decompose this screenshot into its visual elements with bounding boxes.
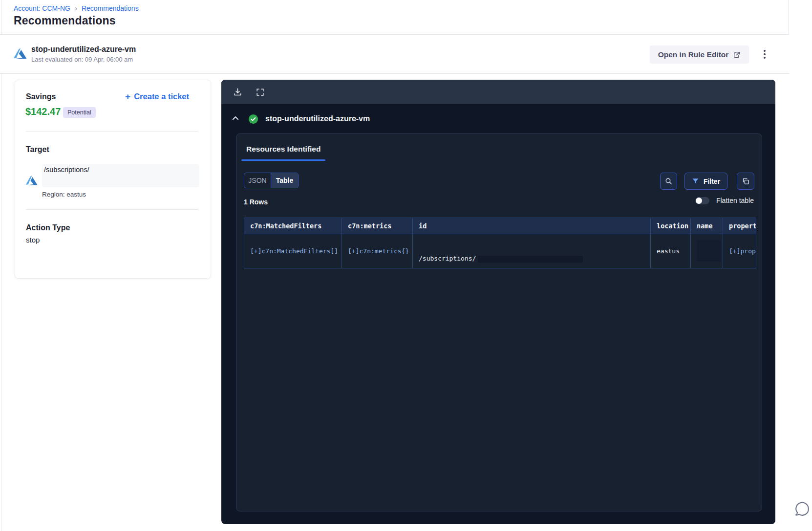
target-path-block: /subscriptions/: [42, 164, 199, 187]
azure-icon: [25, 174, 38, 187]
external-link-icon: [733, 51, 741, 59]
view-json-button[interactable]: JSON: [244, 173, 271, 188]
cell-name: [691, 234, 723, 268]
fullscreen-button[interactable]: [256, 87, 265, 97]
filter-label: Filter: [704, 177, 720, 185]
cell-properties-expand[interactable]: [+]properties{}: [723, 234, 756, 268]
page-title: Recommendations: [14, 14, 116, 27]
support-chat-button[interactable]: [793, 501, 811, 518]
rule-output-viewer: stop-underutilized-azure-vm Resources Id…: [221, 80, 775, 524]
rule-header: stop-underutilized-azure-vm Last evaluat…: [0, 34, 789, 74]
column-header-properties: properties: [723, 218, 756, 234]
column-header-id: id: [413, 218, 651, 234]
download-button[interactable]: [233, 87, 243, 97]
success-check-icon: [248, 114, 258, 124]
resources-table[interactable]: c7n:MatchedFilters c7n:metrics id locati…: [244, 218, 756, 268]
savings-label: Savings: [26, 92, 56, 101]
column-header-name: name: [691, 218, 723, 234]
savings-amount: $142.47: [25, 106, 61, 117]
breadcrumb: Account: CCM-NG › Recommendations: [14, 4, 139, 12]
active-tab-indicator: [241, 159, 325, 161]
search-button[interactable]: [660, 173, 677, 190]
column-header-matchedfilters: c7n:MatchedFilters: [244, 218, 342, 234]
cell-metrics-expand[interactable]: [+]c7n:metrics{}: [342, 234, 413, 268]
resources-panel: Resources Identified JSON Table Filter: [236, 133, 762, 511]
filter-button[interactable]: Filter: [684, 173, 727, 190]
flatten-table-toggle[interactable]: [695, 197, 709, 204]
action-type-label: Action Type: [26, 223, 70, 232]
recommendations-page: Account: CCM-NG › Recommendations Recomm…: [0, 0, 812, 531]
copy-icon: [742, 177, 750, 185]
rule-options-menu-button[interactable]: [760, 47, 769, 62]
cell-location: eastus: [651, 234, 691, 268]
plus-icon: +: [125, 92, 130, 101]
collapse-section-button[interactable]: [231, 114, 240, 124]
savings-card: Savings + Create a ticket $142.47 Potent…: [15, 80, 211, 279]
column-header-metrics: c7n:metrics: [342, 218, 413, 234]
chevron-up-icon: [231, 114, 240, 123]
rule-name: stop-underutilized-azure-vm: [31, 45, 136, 54]
potential-badge: Potential: [63, 107, 96, 118]
target-label: Target: [26, 145, 49, 154]
rule-section-header: stop-underutilized-azure-vm: [221, 104, 775, 133]
target-region: Region: eastus: [42, 191, 86, 198]
flatten-table-label: Flatten table: [716, 197, 754, 204]
view-table-button[interactable]: Table: [271, 173, 298, 188]
create-ticket-label: Create a ticket: [134, 92, 189, 101]
redacted-name: [697, 240, 721, 262]
viewer-toolbar: [221, 80, 775, 104]
action-type-value: stop: [26, 236, 40, 244]
column-header-location: location: [651, 218, 691, 234]
fullscreen-icon: [256, 88, 265, 97]
chat-bubble-icon: [794, 501, 811, 517]
redacted-subscription-id: [478, 256, 583, 263]
divider: [26, 209, 198, 210]
search-icon: [664, 177, 673, 185]
tab-resources-identified[interactable]: Resources Identified: [246, 145, 321, 154]
breadcrumb-account-link[interactable]: Account: CCM-NG: [14, 4, 70, 12]
download-icon: [233, 88, 242, 97]
table-header-row: c7n:MatchedFilters c7n:metrics id locati…: [244, 218, 756, 234]
open-in-rule-editor-button[interactable]: Open in Rule Editor: [650, 45, 749, 64]
flatten-table-control: Flatten table: [695, 197, 754, 204]
view-mode-toggle: JSON Table: [244, 173, 299, 188]
open-in-rule-editor-label: Open in Rule Editor: [658, 50, 729, 59]
azure-icon: [13, 46, 27, 61]
cell-matchedfilters-expand[interactable]: [+]c7n:MatchedFilters[]: [244, 234, 342, 268]
filter-icon: [692, 177, 699, 185]
chevron-right-icon: ›: [75, 4, 77, 12]
rule-last-evaluated: Last evaluated on: 09 Apr, 06:00 am: [31, 56, 133, 63]
rows-count: 1 Rows: [244, 198, 268, 206]
id-line-1: /subscriptions/: [419, 255, 476, 262]
create-ticket-button[interactable]: + Create a ticket: [125, 92, 189, 101]
breadcrumb-recommendations-link[interactable]: Recommendations: [82, 4, 139, 12]
table-row: [+]c7n:MatchedFilters[] [+]c7n:metrics{}…: [244, 234, 756, 268]
cell-id: /subscriptions/ /resourceGroups/ RESOURC…: [413, 234, 651, 268]
copy-button[interactable]: [737, 173, 754, 190]
window-left-edge: [1, 0, 2, 531]
target-path: /subscriptions/: [44, 166, 89, 174]
rule-section-title: stop-underutilized-azure-vm: [265, 114, 370, 123]
divider: [26, 131, 198, 132]
